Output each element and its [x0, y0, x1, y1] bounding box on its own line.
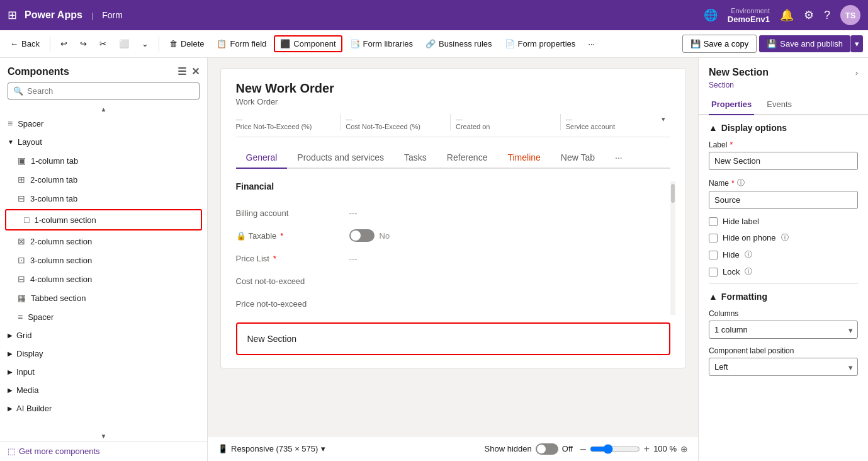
cut-button[interactable]: ✂ — [94, 37, 111, 51]
tab-timeline[interactable]: Timeline — [497, 147, 550, 169]
rp-lock-checkbox[interactable]: Lock ⓘ — [709, 266, 858, 277]
sidebar-close-icon[interactable]: ✕ — [191, 65, 200, 77]
topbar-right: 🌐 Environment DemoEnv1 🔔 ⚙ ? TS — [704, 5, 860, 25]
name-info-icon[interactable]: ⓘ — [737, 178, 745, 188]
group-label: AI Builder — [16, 404, 52, 413]
checkbox[interactable] — [709, 251, 718, 259]
rp-display-options-header[interactable]: ▲ Display options — [709, 123, 858, 133]
columns-select[interactable]: 1 column 2 columns 3 columns 4 columns — [709, 321, 858, 339]
sidebar-item-2col-tab[interactable]: ⊞ 2-column tab — [0, 170, 207, 189]
hide-info-icon[interactable]: ⓘ — [745, 249, 752, 260]
responsive-button[interactable]: 📱 Responsive (735 × 575) ▾ — [218, 444, 325, 453]
tab-tasks[interactable]: Tasks — [394, 147, 437, 169]
separator — [159, 37, 159, 52]
get-more-icon: ⬚ — [8, 447, 15, 456]
form-properties-button[interactable]: 📄 Form properties — [500, 37, 581, 51]
section-label: Formatting — [721, 292, 767, 302]
rp-hide-phone-checkbox[interactable]: Hide on phone ⓘ — [709, 232, 858, 243]
sidebar-group-layout[interactable]: ▼ Layout — [0, 133, 207, 151]
get-more-components[interactable]: ⬚ Get more components — [0, 441, 207, 461]
checkbox[interactable] — [709, 234, 718, 242]
rp-label-field: Label * — [709, 140, 858, 170]
rp-tabs: Properties Events — [699, 94, 868, 115]
paste-button[interactable]: ⌄ — [137, 37, 154, 51]
tab-newtab[interactable]: New Tab — [551, 147, 605, 169]
form-field-button[interactable]: 📋 Form field — [211, 37, 271, 51]
header-field-2: --- Cost Not-To-Exceed (%) — [341, 114, 451, 130]
sidebar-group-media[interactable]: ▶ Media — [0, 381, 207, 399]
sidebar-item-1col-tab[interactable]: ▣ 1-column tab — [0, 151, 207, 170]
tab-reference[interactable]: Reference — [437, 147, 498, 169]
zoom-plus[interactable]: + — [644, 443, 650, 455]
tab-general[interactable]: General — [236, 147, 288, 169]
sidebar-item-1col-section[interactable]: □ 1-column section — [5, 209, 202, 230]
bell-icon[interactable]: 🔔 — [780, 8, 794, 22]
zoom-minus[interactable]: – — [580, 443, 586, 455]
group-label: Layout — [18, 137, 42, 147]
save-publish-button[interactable]: 💾 Save and publish — [759, 35, 850, 52]
rp-formatting-header[interactable]: ▲ Formatting — [709, 292, 858, 302]
grid-icon[interactable]: ⊞ — [8, 8, 17, 22]
component-button[interactable]: ⬛ Component — [274, 35, 342, 52]
sidebar-item-tabbed-section[interactable]: ▦ Tabbed section — [0, 288, 207, 307]
show-hidden-toggle[interactable] — [536, 443, 558, 455]
name-input[interactable] — [709, 191, 858, 209]
more-button[interactable]: ··· — [583, 37, 600, 51]
business-rules-button[interactable]: 🔗 Business rules — [420, 37, 497, 51]
rp-chevron-icon[interactable]: › — [855, 68, 858, 77]
rp-name-label: Name * ⓘ — [709, 178, 858, 188]
sidebar-item-spacer-top[interactable]: ≡ Spacer — [0, 114, 207, 133]
sidebar-item-3col-tab[interactable]: ⊟ 3-column tab — [0, 189, 207, 208]
rp-tab-properties[interactable]: Properties — [709, 94, 754, 115]
label-input[interactable] — [709, 152, 858, 170]
header-field-4: --- ▾ Service account — [561, 114, 670, 130]
zoom-slider[interactable] — [590, 444, 640, 454]
rp-tab-events[interactable]: Events — [764, 94, 794, 115]
checkbox[interactable] — [709, 217, 718, 226]
undo-button[interactable]: ↩ — [55, 37, 72, 51]
avatar[interactable]: TS — [840, 5, 860, 25]
sidebar-item-2col-section[interactable]: ⊠ 2-column section — [0, 232, 207, 251]
tab-products[interactable]: Products and services — [287, 147, 394, 169]
rp-hide-checkbox[interactable]: Hide ⓘ — [709, 249, 858, 260]
tab-more[interactable]: ··· — [605, 147, 633, 169]
taxable-toggle[interactable] — [349, 229, 375, 242]
tabbed-section-icon: ▦ — [18, 293, 26, 303]
copy-button[interactable]: ⬜ — [114, 37, 134, 51]
new-section[interactable]: New Section — [236, 322, 670, 355]
sidebar-group-ai[interactable]: ▶ AI Builder — [0, 399, 207, 418]
search-input[interactable] — [27, 86, 194, 96]
lock-info-icon[interactable]: ⓘ — [745, 266, 752, 277]
delete-button[interactable]: 🗑 Delete — [164, 37, 210, 51]
form-libraries-button[interactable]: 📑 Form libraries — [345, 37, 418, 51]
cmd-right: 💾 Save a copy 💾 Save and publish ▾ — [682, 35, 863, 53]
label-pos-select[interactable]: Left Right Top — [709, 358, 858, 376]
redo-button[interactable]: ↪ — [75, 37, 92, 51]
zoom-info-icon[interactable]: ⊕ — [680, 444, 688, 454]
scroll-up-button[interactable]: ▲ — [0, 105, 207, 114]
app-name: Power Apps — [25, 9, 82, 21]
settings-icon[interactable]: ⚙ — [804, 8, 814, 22]
field-value[interactable]: --- — [349, 208, 670, 218]
sidebar-group-display[interactable]: ▶ Display — [0, 344, 207, 363]
section-scrollbar[interactable] — [670, 181, 675, 315]
hide-phone-info-icon[interactable]: ⓘ — [781, 232, 789, 243]
save-copy-button[interactable]: 💾 Save a copy — [682, 35, 757, 53]
field-value[interactable]: --- — [349, 254, 670, 263]
back-button[interactable]: ← Back — [5, 37, 45, 51]
sidebar-group-input[interactable]: ▶ Input — [0, 363, 207, 381]
sidebar-item-label: Spacer — [28, 312, 54, 322]
form-entity: Work Order — [236, 97, 670, 106]
help-icon[interactable]: ? — [824, 9, 830, 22]
sidebar-group-grid[interactable]: ▶ Grid — [0, 326, 207, 344]
sidebar-item-3col-section[interactable]: ⊡ 3-column section — [0, 251, 207, 270]
rp-hide-label-checkbox[interactable]: Hide label — [709, 217, 858, 226]
scroll-down-button[interactable]: ▼ — [0, 431, 207, 441]
form-libraries-icon: 📑 — [350, 39, 360, 48]
sidebar-menu-icon[interactable]: ☰ — [178, 65, 186, 77]
checkbox[interactable] — [709, 268, 718, 276]
save-publish-dropdown[interactable]: ▾ — [850, 35, 863, 52]
search-box[interactable]: 🔍 — [8, 83, 200, 100]
sidebar-item-4col-section[interactable]: ⊟ 4-column section — [0, 270, 207, 288]
sidebar-item-spacer[interactable]: ≡ Spacer — [0, 307, 207, 326]
